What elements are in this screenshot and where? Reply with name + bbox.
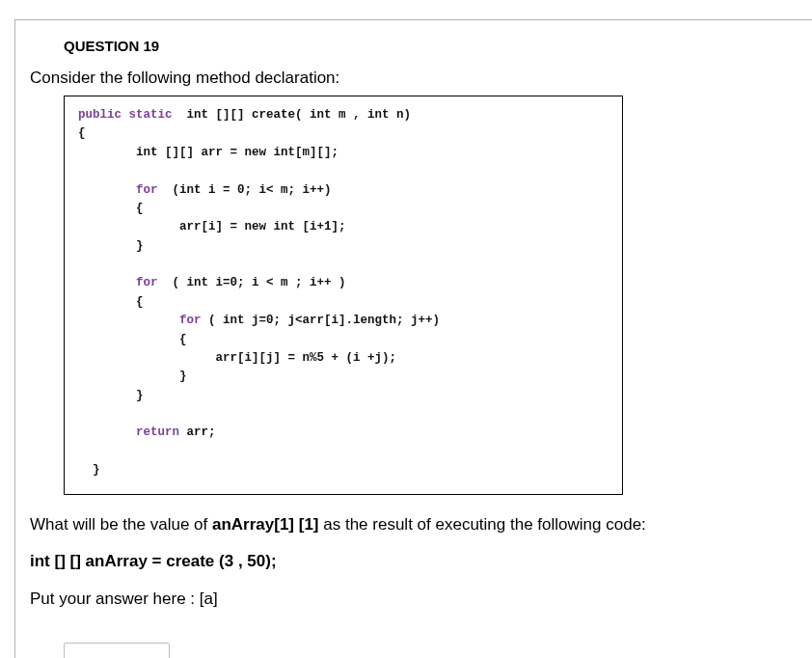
code-text: {	[78, 202, 144, 215]
code-text: int [][] arr = new int[m][];	[78, 146, 338, 159]
code-text: }	[78, 389, 144, 402]
code-text: }	[78, 239, 144, 253]
code-kw: return	[78, 425, 179, 439]
code-text: ( int i=0; i < m ; i++ )	[158, 276, 346, 289]
code-kw: for	[78, 183, 158, 197]
code-block: public static int [][] create( int m , i…	[64, 96, 623, 495]
code-text: }	[78, 463, 100, 477]
code-text: arr[i][j] = n%5 + (i +j);	[78, 351, 396, 365]
bold-segment: create (3 , 50);	[166, 552, 276, 570]
code-kw: public static	[78, 108, 173, 122]
code-text: }	[78, 370, 187, 383]
code-text: (int i = 0; i< m; i++)	[158, 183, 332, 197]
text-segment: as the result of executing the following…	[323, 515, 646, 534]
followup-line: What will be the value of anArray[1] [1]…	[30, 510, 811, 540]
followup-line: int [] [] anArray = create (3 , 50);	[30, 547, 811, 577]
code-kw: for	[78, 276, 158, 289]
code-text: arr;	[179, 425, 216, 439]
code-text: {	[78, 333, 187, 346]
question-followup: What will be the value of anArray[1] [1]…	[15, 495, 812, 615]
bold-segment: int [] [] anArray =	[30, 552, 166, 570]
answer-input[interactable]	[64, 643, 170, 658]
bold-segment: anArray[1] [1]	[212, 515, 319, 534]
question-number-header: QUESTION 19	[15, 20, 812, 69]
text-segment: What will be the value of	[30, 515, 212, 534]
question-intro-text: Consider the following method declaratio…	[15, 69, 812, 96]
code-text: ( int j=0; j<arr[i].length; j++)	[202, 314, 441, 327]
followup-line: Put your answer here : [a]	[30, 585, 811, 615]
code-text: {	[78, 126, 86, 140]
question-container: QUESTION 19 Consider the following metho…	[14, 19, 812, 658]
code-text: {	[78, 295, 144, 309]
code-text: int [][] create( int m , int n)	[173, 108, 412, 122]
code-text: arr[i] = new int [i+1];	[78, 220, 346, 233]
answer-field-container	[64, 643, 812, 658]
code-kw: for	[78, 314, 202, 327]
